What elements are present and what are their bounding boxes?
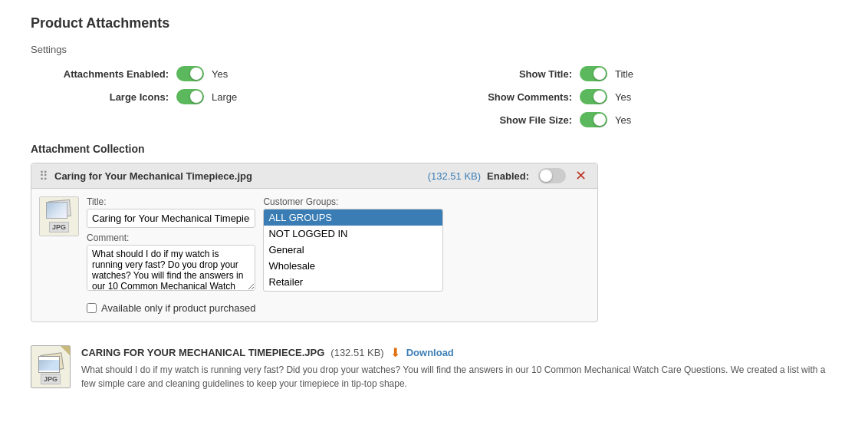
page-title: Product Attachments	[31, 15, 837, 31]
customer-groups-col: Customer Groups: ALL GROUPS NOT LOGGED I…	[263, 196, 443, 314]
show-title-label: Show Title:	[449, 68, 572, 80]
show-comments-label: Show Comments:	[449, 91, 572, 103]
available-label: Available only if product purchased	[101, 302, 255, 314]
photo-stack	[46, 200, 72, 220]
group-option-wholesale[interactable]: Wholesale	[264, 258, 442, 274]
photo-front	[46, 202, 67, 219]
preview-content: CARING FOR YOUR MECHANICAL TIMEPIECE.JPG…	[81, 345, 837, 391]
preview-file-icon: JPG	[31, 345, 71, 394]
toggle-track	[176, 66, 204, 81]
preview-description: What should I do if my watch is running …	[81, 363, 837, 391]
toggle-thumb	[593, 68, 606, 80]
preview-filename: CARING FOR YOUR MECHANICAL TIMEPIECE.JPG	[81, 347, 324, 358]
show-title-value: Title	[615, 68, 633, 80]
attachment-card-body: JPG Title: Comment: What should I do if …	[31, 189, 597, 322]
comment-textarea[interactable]: What should I do if my watch is running …	[87, 245, 255, 291]
group-option-all[interactable]: ALL GROUPS	[264, 209, 442, 226]
attachment-card-filesize: (132.51 KB)	[428, 170, 481, 182]
preview-filesize: (132.51 KB)	[330, 347, 383, 358]
toggle-track	[176, 89, 204, 104]
group-option-general[interactable]: General	[264, 242, 442, 258]
preview-photo-front-inner	[39, 360, 59, 371]
available-row: Available only if product purchased	[87, 298, 255, 314]
toggle-thumb	[190, 91, 202, 103]
left-col: Title: Comment: What should I do if my w…	[87, 196, 255, 314]
customer-groups-label: Customer Groups:	[263, 196, 443, 207]
settings-label: Settings	[31, 44, 837, 55]
attachment-card-header: ⠿ Caring for Your Mechanical Timepiece.j…	[31, 163, 597, 189]
show-title-toggle[interactable]	[580, 66, 607, 81]
comment-field-group: Comment: What should I do if my watch is…	[87, 232, 255, 293]
toggle-track	[580, 112, 607, 127]
group-option-not-logged-in[interactable]: NOT LOGGED IN	[264, 226, 442, 242]
setting-show-file-size: Show File Size: Yes	[449, 112, 837, 127]
setting-large-icons: Large Icons: Large	[46, 89, 434, 104]
attachment-card: ⠿ Caring for Your Mechanical Timepiece.j…	[31, 163, 598, 322]
show-comments-value: Yes	[615, 91, 631, 103]
comment-wrapper: What should I do if my watch is running …	[87, 245, 255, 293]
attachment-preview: JPG CARING FOR YOUR MECHANICAL TIMEPIECE…	[31, 338, 837, 394]
comment-field-label: Comment:	[87, 232, 255, 243]
customer-groups-select[interactable]: ALL GROUPS NOT LOGGED IN General Wholesa…	[263, 209, 443, 292]
fields-wrapper: Title: Comment: What should I do if my w…	[87, 196, 255, 314]
attachments-enabled-toggle[interactable]	[176, 66, 204, 81]
show-file-size-value: Yes	[615, 114, 631, 126]
toggle-track	[538, 168, 566, 183]
attachment-collection-label: Attachment Collection	[31, 143, 837, 155]
preview-ext-badge: JPG	[41, 374, 61, 384]
show-file-size-label: Show File Size:	[449, 114, 572, 126]
file-icon: JPG	[39, 196, 79, 236]
setting-attachments-enabled: Attachments Enabled: Yes	[46, 66, 434, 81]
preview-title-row: CARING FOR YOUR MECHANICAL TIMEPIECE.JPG…	[81, 345, 837, 360]
toggle-thumb	[593, 114, 606, 126]
attachments-enabled-value: Yes	[212, 68, 228, 80]
card-main: Title: Comment: What should I do if my w…	[87, 196, 443, 314]
available-checkbox[interactable]	[87, 303, 97, 313]
drag-handle-icon[interactable]: ⠿	[39, 169, 48, 183]
show-comments-toggle[interactable]	[580, 89, 607, 104]
setting-show-title: Show Title: Title	[449, 66, 837, 81]
toggle-track	[580, 89, 607, 104]
large-icons-label: Large Icons:	[46, 91, 169, 103]
file-icon-image: JPG	[39, 196, 79, 236]
toggle-thumb	[540, 170, 552, 182]
toggle-track	[580, 66, 607, 81]
delete-attachment-button[interactable]: ✕	[572, 169, 590, 183]
title-field-group: Title:	[87, 196, 255, 228]
setting-show-comments: Show Comments: Yes	[449, 89, 837, 104]
preview-photo-front	[38, 356, 60, 373]
settings-grid: Attachments Enabled: Yes Show Title: Tit…	[31, 66, 837, 127]
download-link[interactable]: Download	[406, 347, 454, 358]
toggle-thumb	[593, 91, 606, 103]
title-field-label: Title:	[87, 196, 255, 207]
attachment-card-title: Caring for Your Mechanical Timepiece.jpg	[54, 170, 419, 182]
preview-file-icon-img: JPG	[31, 345, 71, 388]
large-icons-value: Large	[212, 91, 237, 103]
group-option-retailer[interactable]: Retailer	[264, 274, 442, 290]
title-input[interactable]	[87, 209, 255, 228]
toggle-thumb	[190, 68, 202, 80]
enabled-label: Enabled:	[487, 170, 529, 182]
large-icons-toggle[interactable]	[176, 89, 204, 104]
show-file-size-toggle[interactable]	[580, 112, 607, 127]
file-ext-badge: JPG	[49, 222, 69, 232]
card-enabled-toggle[interactable]	[538, 168, 566, 183]
download-icon: ⬇	[390, 345, 400, 360]
photo-front-inner	[47, 203, 67, 218]
attachments-enabled-label: Attachments Enabled:	[46, 68, 169, 80]
